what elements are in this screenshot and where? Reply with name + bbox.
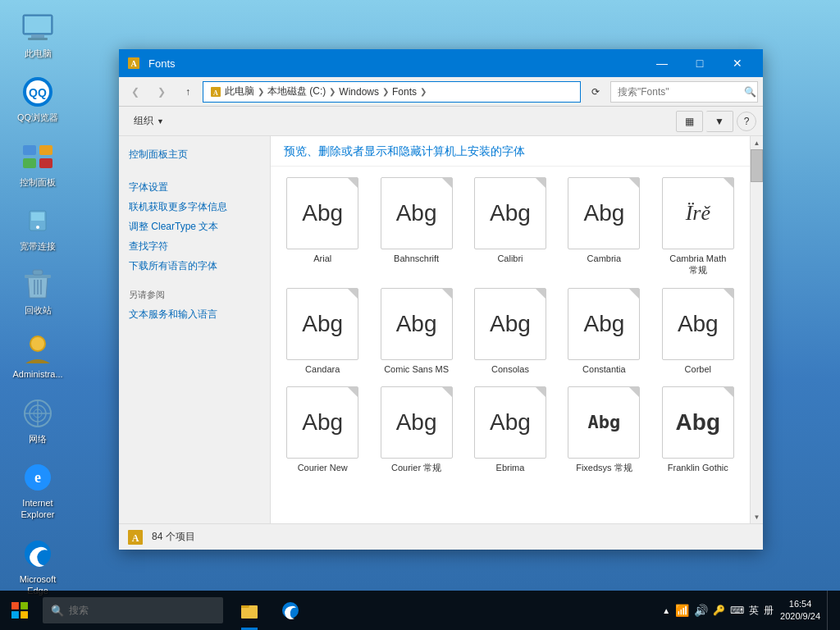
up-button[interactable]: ↑ [176,80,199,103]
sidebar-link-online-fonts[interactable]: 联机获取更多字体信息 [129,197,260,217]
search-box: 🔍 [610,81,758,103]
path-fonts[interactable]: Fonts [392,86,417,98]
desktop-icon-recycle[interactable]: 回收站 [8,265,67,319]
font-name: Franklin Gothic [668,462,728,473]
font-name: Courier New [298,462,348,473]
desktop-icon-this-pc[interactable]: 此电脑 [8,8,67,62]
show-desktop-button[interactable] [827,591,833,630]
font-item-cambria[interactable]: Abg Cambria [559,173,649,281]
address-path[interactable]: A 此电脑 ❯ 本地磁盘 (C:) ❯ Windows ❯ Fonts ❯ [203,81,581,103]
sidebar-section-main: 控制面板主页 [119,144,270,164]
window-title: Fonts [148,57,643,70]
font-item-candara[interactable]: Abg Candara [277,284,368,379]
desktop-icon-qq[interactable]: QQ QQ浏览器 [8,72,67,126]
status-font-icon: A [126,527,145,547]
scroll-up-arrow[interactable]: ▲ [751,136,764,149]
taskbar-search-box[interactable]: 🔍 [43,597,223,623]
font-name: Candara [305,363,340,375]
start-button[interactable] [0,591,39,630]
font-preview-icon: Abg [474,177,546,249]
recycle-bin-label: 回收站 [25,304,52,316]
svg-rect-3 [28,38,48,40]
window-controls: — □ ✕ [643,49,756,77]
font-item-cambria-math-常规[interactable]: Ïrě Cambria Math常规 [653,173,743,281]
font-preview-icon: Abg [286,288,358,360]
svg-rect-14 [25,275,51,278]
font-preview-text: Abg [583,200,624,226]
sidebar-link-text-services[interactable]: 文本服务和输入语言 [129,304,260,324]
sidebar-link-download-fonts[interactable]: 下载所有语言的字体 [129,256,260,276]
scroll-down-arrow[interactable]: ▼ [751,510,764,523]
desktop-icon-control-panel[interactable]: 控制面板 [8,137,67,191]
ie-label: InternetExplorer [21,497,55,521]
back-button[interactable]: ❮ [124,80,147,103]
ie-icon: e [21,461,54,494]
taskbar-file-explorer[interactable] [230,591,269,630]
taskbar-clock[interactable]: 16:54 2020/9/24 [780,598,820,623]
scroll-thumb[interactable] [751,149,763,182]
font-item-courier-new[interactable]: Abg Courier New [277,382,368,477]
font-name: Cambria [587,253,622,264]
window-titlebar: A Fonts — □ ✕ [119,49,763,77]
desktop-icon-network[interactable]: 网络 [8,394,67,448]
font-name: Fixedsys 常规 [576,462,632,473]
font-preview-text: Abg [678,311,719,337]
font-item-ebrima[interactable]: Abg Ebrima [465,382,555,477]
font-item-consolas[interactable]: Abg Consolas [465,284,555,379]
font-item-fixedsys-常规[interactable]: Abg Fixedsys 常规 [559,382,649,477]
font-item-arial[interactable]: Abg Arial [277,173,368,281]
font-name: Corbel [685,363,711,375]
font-item-calibri[interactable]: Abg Calibri [465,173,555,281]
font-name-line: Franklin Gothic [668,463,728,472]
font-item-comic-sans-ms[interactable]: Abg Comic Sans MS [371,284,461,379]
font-item-franklin-gothic[interactable]: Abg Franklin Gothic [653,382,743,477]
view-dropdown-button[interactable]: ▼ [706,111,733,132]
path-windows[interactable]: Windows [339,86,379,98]
path-this-pc[interactable]: 此电脑 [225,84,254,98]
this-pc-label: 此电脑 [25,48,52,59]
sidebar-link-control-panel-home[interactable]: 控制面板主页 [129,144,260,164]
minimize-button[interactable]: — [643,49,681,77]
refresh-button[interactable]: ⟳ [584,80,607,103]
forward-button[interactable]: ❯ [150,80,173,103]
font-name: Constantia [582,363,626,375]
help-button[interactable]: ? [737,112,756,131]
font-item-corbel[interactable]: Abg Corbel [653,284,743,379]
systray-network-icon: 📶 [675,604,689,617]
svg-point-20 [31,337,44,350]
desktop-icon-broadband[interactable]: 宽带连接 [8,201,67,255]
font-preview-icon: Ïrě [662,177,734,249]
broadband-label: 宽带连接 [20,240,56,252]
font-name-line: Corbel [685,364,711,374]
desktop-icon-admin[interactable]: Administra... [8,329,67,383]
font-name-line: Calibri [497,253,523,263]
path-disk[interactable]: 本地磁盘 (C:) [267,84,326,98]
sidebar-link-find-char[interactable]: 查找字符 [129,236,260,256]
font-item-constantia[interactable]: Abg Constantia [559,284,649,379]
taskbar-search-input[interactable] [69,605,215,616]
systray-lang[interactable]: 英 [749,604,759,618]
organize-button[interactable]: 组织 ▼ [126,111,172,132]
systray-volume-icon: 🔊 [694,604,708,617]
desktop-icon-ie[interactable]: e InternetExplorer [8,458,67,524]
systray-chevron-icon[interactable]: ▲ [662,606,670,615]
organize-chevron-icon: ▼ [157,117,164,126]
font-name: Comic Sans MS [384,363,449,375]
systray-keyboard-icon: ⌨ [730,605,744,616]
font-name: Ebrima [496,462,525,473]
search-input[interactable] [618,86,741,98]
taskbar: 🔍 ▲ 📶 🔊 🔑 ⌨ [0,591,840,630]
qq-browser-icon: QQ [21,75,54,108]
maximize-button[interactable]: □ [681,49,719,77]
sidebar-section-also-see: 另请参阅 文本服务和输入语言 [119,289,270,324]
sidebar-link-font-settings[interactable]: 字体设置 [129,177,260,197]
view-button[interactable]: ▦ [676,111,703,132]
sidebar-link-cleartype[interactable]: 调整 ClearType 文本 [129,217,260,236]
systray-lang2[interactable]: 册 [764,604,774,618]
control-panel-icon [21,140,54,173]
font-item-courier-常规[interactable]: Abg Courier 常规 [371,382,461,477]
taskbar-edge[interactable] [271,591,310,630]
close-button[interactable]: ✕ [719,49,756,77]
font-item-bahnschrift[interactable]: Abg Bahnschrift [371,173,461,281]
font-preview-text: Ïrě [686,201,710,226]
